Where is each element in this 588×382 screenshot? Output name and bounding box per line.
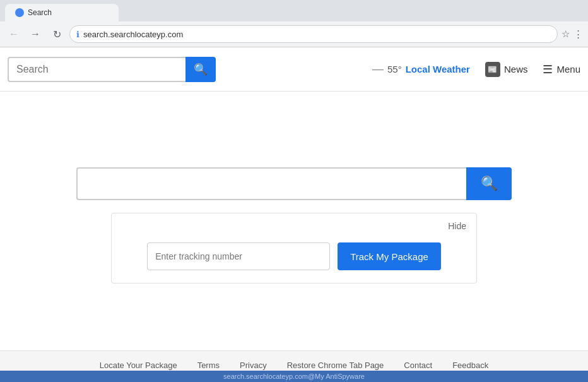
tab-favicon — [15, 8, 24, 17]
chrome-menu-icon[interactable]: ⋮ — [573, 28, 583, 40]
news-link[interactable]: 📰 News — [485, 62, 528, 77]
main-search-button[interactable]: 🔍 — [466, 167, 512, 200]
tab-label: Search — [28, 8, 52, 17]
menu-button[interactable]: ☰ Menu — [543, 63, 580, 76]
main-search-form: 🔍 — [76, 167, 512, 200]
omnibar-row: ← → ↻ ℹ search.searchlocateyp.com ☆ ⋮ — [0, 21, 588, 47]
tab-bar: Search — [0, 0, 588, 21]
weather-cloud-icon: — — [372, 63, 384, 76]
tracking-widget-inner: Track My Package — [124, 242, 464, 270]
header-search-input[interactable] — [8, 57, 185, 82]
weather-label: Local Weather — [406, 64, 470, 75]
menu-label: Menu — [556, 64, 580, 75]
weather-temp: 55° — [387, 64, 402, 75]
header-search-button[interactable]: 🔍 — [185, 57, 216, 82]
forward-button[interactable]: → — [26, 25, 44, 43]
footer-contact-link[interactable]: Contact — [404, 361, 432, 370]
page-footer: Locate Your Package Terms Privacy Restor… — [0, 350, 588, 382]
hamburger-icon: ☰ — [543, 63, 553, 76]
footer-locate-link[interactable]: Locate Your Package — [100, 361, 177, 370]
track-my-package-button[interactable]: Track My Package — [338, 242, 441, 270]
tracking-number-input[interactable] — [147, 242, 330, 270]
main-search-input[interactable] — [76, 167, 466, 200]
omnibar-url: search.searchlocateyp.com — [83, 30, 551, 39]
page-header: 🔍 — 55° Local Weather 📰 News ☰ Menu — [0, 47, 588, 92]
footer-privacy-link[interactable]: Privacy — [240, 361, 267, 370]
browser-chrome: Search ← → ↻ ℹ search.searchlocateyp.com… — [0, 0, 588, 47]
page-main: 🔍 Hide Track My Package — [0, 92, 588, 344]
bookmark-star-icon[interactable]: ☆ — [562, 28, 570, 40]
weather-widget[interactable]: — 55° Local Weather — [372, 63, 470, 76]
footer-feedback-link[interactable]: Feedback — [452, 361, 488, 370]
news-label: News — [504, 64, 528, 75]
footer-bottom-bar: search.searchlocateyp.com@My AntiSpyware — [0, 371, 588, 382]
footer-restore-link[interactable]: Restore Chrome Tab Page — [287, 361, 384, 370]
info-icon: ℹ — [76, 30, 79, 39]
footer-terms-link[interactable]: Terms — [197, 361, 220, 370]
header-search-icon: 🔍 — [194, 63, 208, 76]
omnibar[interactable]: ℹ search.searchlocateyp.com — [69, 25, 558, 43]
hide-button[interactable]: Hide — [448, 221, 466, 231]
main-search-icon: 🔍 — [481, 176, 498, 192]
footer-links: Locate Your Package Terms Privacy Restor… — [100, 361, 489, 370]
tracking-widget: Hide Track My Package — [111, 213, 477, 284]
active-tab[interactable]: Search — [5, 4, 119, 21]
news-icon: 📰 — [485, 62, 500, 77]
reload-button[interactable]: ↻ — [48, 25, 66, 43]
back-button[interactable]: ← — [5, 25, 23, 43]
header-search-form: 🔍 — [8, 57, 216, 82]
